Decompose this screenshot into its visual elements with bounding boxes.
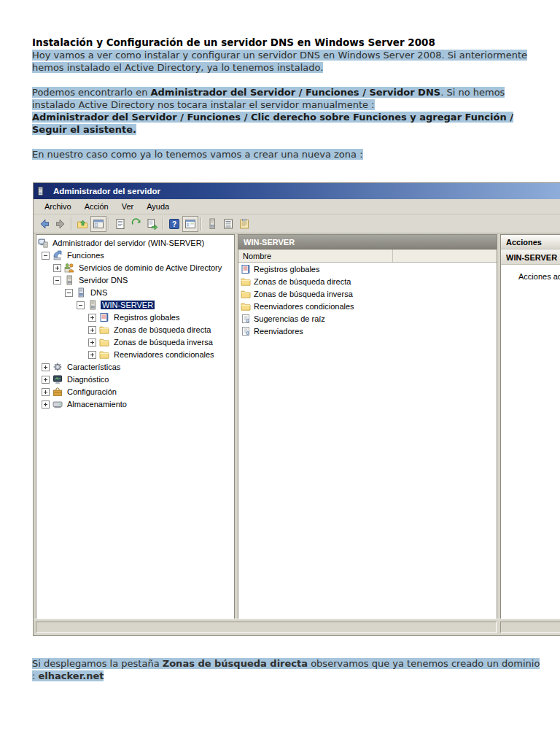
export-list-icon: [147, 218, 158, 230]
status-cell: [36, 622, 497, 633]
storage-icon: [52, 399, 63, 409]
list-item-zonas-directa[interactable]: Zonas de búsqueda directa: [241, 276, 497, 287]
back-button[interactable]: [36, 216, 52, 232]
column-header-nombre[interactable]: Nombre: [238, 249, 393, 262]
toolbar-separator: [109, 217, 110, 231]
folder-icon: [99, 325, 109, 335]
up-level-button[interactable]: [74, 216, 90, 232]
bottom-text-post: observamos que ya tenemos creado un domi…: [308, 658, 540, 669]
tree-item-zonas-directa[interactable]: Zonas de búsqueda directa: [36, 324, 234, 336]
tree-item-caracteristicas[interactable]: Características: [36, 361, 234, 373]
expander-minus-icon[interactable]: [65, 289, 73, 297]
toolbar: ?: [34, 214, 560, 233]
expander-plus-icon[interactable]: [88, 326, 96, 334]
folder-icon: [241, 289, 251, 299]
tree-item-ad-ds[interactable]: Servicios de dominio de Active Directory: [36, 262, 234, 274]
list-item-reenviadores-cond[interactable]: Reenviadores condicionales: [241, 301, 497, 312]
show-tree-button[interactable]: [182, 216, 198, 232]
forward-button[interactable]: [52, 216, 69, 232]
list-item-zonas-inversa[interactable]: Zonas de búsqueda inversa: [241, 288, 497, 300]
intro-paragraph: Hoy vamos a ver como instalar y configur…: [32, 49, 544, 74]
server-view-button[interactable]: [204, 216, 220, 232]
list-item-reenviadores[interactable]: Reenviadores: [241, 325, 497, 337]
clipboard-icon: [238, 218, 250, 230]
expander-plus-icon[interactable]: [42, 376, 50, 384]
tree-item-dns[interactable]: DNS: [36, 287, 234, 298]
menu-archivo[interactable]: Archivo: [38, 201, 78, 212]
bottom-domain-bold: elhacker.net: [39, 670, 104, 681]
expander-minus-icon[interactable]: [53, 276, 61, 285]
tree-item-registros-globales[interactable]: Registros globales: [36, 311, 234, 323]
expander-plus-icon[interactable]: [42, 363, 50, 371]
toolbar-separator: [71, 217, 72, 231]
server-manager-app-icon: [36, 186, 47, 196]
status-cell: [500, 622, 560, 633]
server-manager-window: Administrador del servidor Archivo Acció…: [33, 182, 560, 636]
tutorial-document: Instalación y Configuración de un servid…: [32, 36, 544, 173]
list-item-sugerencias-raiz[interactable]: Sugerencias de raíz: [241, 313, 497, 325]
features-icon: [52, 362, 63, 372]
find-paragraph: Podemos encontrarlo en Administrador del…: [32, 86, 544, 136]
case-paragraph: En nuestro caso como ya lo tenemos vamos…: [32, 148, 544, 160]
menu-ver[interactable]: Ver: [115, 201, 141, 212]
tree-item-root[interactable]: Administrador del servidor (WIN-SERVER): [36, 237, 234, 249]
expander-minus-icon[interactable]: [42, 252, 50, 260]
tree-item-funciones[interactable]: Funciones: [36, 249, 234, 261]
folder-icon: [99, 349, 109, 360]
show-console-button[interactable]: [90, 216, 106, 232]
bottom-paragraph: Si desplegamos la pestaña Zonas de búsqu…: [32, 657, 544, 682]
expander-plus-icon[interactable]: [53, 264, 61, 272]
help-icon: ?: [168, 218, 180, 230]
expander-plus-icon[interactable]: [42, 400, 50, 409]
menu-bar: Archivo Acción Ver Ayuda: [34, 199, 560, 214]
global-logs-icon: [99, 312, 109, 322]
actions-subheader: WIN-SERVER: [501, 250, 560, 265]
list-icon: [222, 218, 234, 230]
toolbar-separator: [163, 217, 164, 231]
selected-tree-label: WIN-SERVER: [101, 301, 155, 309]
refresh-button[interactable]: [128, 216, 144, 232]
expander-plus-icon[interactable]: [88, 351, 96, 359]
server-icon: [88, 300, 98, 310]
tree-item-reenviadores-cond[interactable]: Reenviadores condicionales: [36, 349, 234, 360]
console-tree-panel: Administrador del servidor (WIN-SERVER) …: [36, 234, 235, 621]
more-actions-link[interactable]: Acciones adicionales: [518, 272, 560, 281]
server-manager-root-icon: [38, 238, 48, 248]
results-panel: WIN-SERVER Nombre Registros globales Zon…: [238, 234, 497, 621]
notes-button[interactable]: [236, 216, 252, 232]
tree-item-servidor-dns[interactable]: Servidor DNS: [36, 274, 234, 286]
menu-ayuda[interactable]: Ayuda: [140, 201, 176, 212]
tree-item-diagnostico[interactable]: Diagnóstico: [36, 374, 234, 385]
list-item-registros-globales[interactable]: Registros globales: [241, 263, 497, 275]
toolbar-separator: [201, 217, 202, 231]
folder-icon: [241, 301, 251, 311]
back-icon: [39, 218, 50, 230]
properties-button[interactable]: [112, 216, 128, 232]
results-header: WIN-SERVER: [238, 235, 497, 249]
folder-icon: [99, 337, 109, 347]
find-text-pre: Podemos encontrarlo en: [32, 87, 151, 98]
window-titlebar[interactable]: Administrador del servidor: [34, 183, 560, 199]
expander-plus-icon[interactable]: [88, 338, 96, 347]
tree-item-almacenamiento[interactable]: Almacenamiento: [36, 398, 234, 410]
up-folder-icon: [77, 218, 88, 230]
dns-node-icon: [76, 287, 86, 298]
active-directory-icon: [64, 263, 74, 273]
page-title: Instalación y Configuración de un servid…: [32, 36, 544, 49]
export-list-button[interactable]: [144, 216, 160, 232]
actions-panel: Acciones WIN-SERVER Acciones adicionales: [500, 234, 560, 621]
list-view-button[interactable]: [220, 216, 236, 232]
tree-item-win-server[interactable]: WIN-SERVER: [36, 299, 234, 311]
svg-text:?: ?: [172, 220, 176, 228]
configuration-icon: [52, 387, 63, 397]
expander-plus-icon[interactable]: [42, 388, 50, 396]
expander-plus-icon[interactable]: [88, 314, 96, 322]
window-title: Administrador del servidor: [53, 187, 160, 196]
menu-accion[interactable]: Acción: [78, 201, 115, 212]
root-hints-icon: [241, 314, 251, 324]
tree-item-zonas-inversa[interactable]: Zonas de búsqueda inversa: [36, 336, 234, 348]
help-button[interactable]: ?: [166, 216, 182, 232]
tree-item-configuracion[interactable]: Configuración: [36, 386, 234, 398]
expander-minus-icon[interactable]: [77, 301, 85, 309]
console-window-icon: [93, 218, 104, 230]
